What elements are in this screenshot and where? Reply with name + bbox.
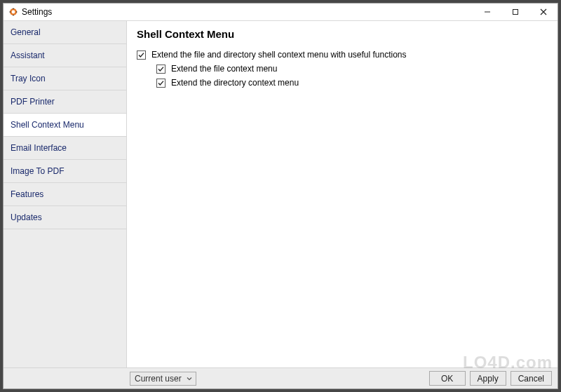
sidebar-item-label: Image To PDF	[11, 166, 64, 176]
sidebar-item-tray-icon[interactable]: Tray Icon	[4, 67, 126, 90]
window-title: Settings	[22, 7, 52, 17]
scope-select-value: Current user	[135, 374, 182, 384]
sidebar-item-email-interface[interactable]: Email Interface	[4, 137, 126, 160]
option-master-label: Extend the file and directory shell cont…	[151, 50, 407, 60]
option-file-menu: Extend the file context menu	[156, 64, 548, 74]
sidebar: General Assistant Tray Icon PDF Printer …	[4, 21, 127, 367]
scope-select[interactable]: Current user	[130, 372, 196, 386]
sidebar-item-label: General	[11, 27, 41, 37]
checkbox-directory-menu[interactable]	[156, 79, 165, 88]
window-controls	[473, 4, 557, 20]
sidebar-item-updates[interactable]: Updates	[4, 206, 126, 229]
sidebar-item-general[interactable]: General	[4, 21, 126, 44]
sidebar-item-assistant[interactable]: Assistant	[4, 44, 126, 67]
ok-button-label: OK	[441, 374, 453, 384]
sidebar-item-shell-context-menu[interactable]: Shell Context Menu	[4, 114, 126, 137]
close-button[interactable]	[529, 4, 557, 20]
sidebar-item-label: Features	[11, 189, 43, 199]
sidebar-item-label: PDF Printer	[11, 97, 55, 107]
checkbox-file-menu[interactable]	[156, 65, 165, 74]
apply-button-label: Apply	[478, 374, 499, 384]
apply-button[interactable]: Apply	[470, 371, 506, 386]
page-title: Shell Context Menu	[137, 28, 548, 40]
option-master: Extend the file and directory shell cont…	[137, 50, 548, 60]
option-file-menu-label: Extend the file context menu	[171, 64, 277, 74]
ok-button[interactable]: OK	[429, 371, 466, 386]
sidebar-item-label: Assistant	[11, 50, 45, 60]
content-panel: Shell Context Menu Extend the file and d…	[127, 21, 557, 367]
sidebar-item-pdf-printer[interactable]: PDF Printer	[4, 90, 126, 114]
app-icon	[8, 6, 19, 18]
sidebar-item-image-to-pdf[interactable]: Image To PDF	[4, 160, 126, 183]
checkbox-master[interactable]	[137, 50, 146, 60]
upper-area: General Assistant Tray Icon PDF Printer …	[4, 21, 557, 367]
cancel-button-label: Cancel	[518, 374, 544, 384]
svg-point-1	[12, 11, 15, 14]
sidebar-item-label: Shell Context Menu	[11, 120, 84, 130]
sidebar-item-label: Tray Icon	[11, 74, 46, 83]
chevron-down-icon	[186, 376, 193, 381]
minimize-button[interactable]	[473, 4, 501, 20]
sidebar-fill	[4, 229, 126, 367]
sidebar-item-label: Email Interface	[11, 143, 67, 153]
client-area: General Assistant Tray Icon PDF Printer …	[4, 21, 557, 388]
titlebar: Settings	[4, 4, 557, 21]
footer: Current user OK Apply Cancel	[4, 367, 557, 388]
maximize-button[interactable]	[501, 4, 529, 20]
option-directory-menu: Extend the directory context menu	[156, 78, 548, 88]
window-chrome: Settings General Assistant	[3, 3, 558, 389]
sidebar-item-features[interactable]: Features	[4, 183, 126, 206]
option-directory-menu-label: Extend the directory context menu	[171, 78, 299, 88]
sidebar-item-label: Updates	[11, 212, 42, 222]
cancel-button[interactable]: Cancel	[511, 371, 552, 386]
svg-rect-2	[513, 10, 518, 15]
